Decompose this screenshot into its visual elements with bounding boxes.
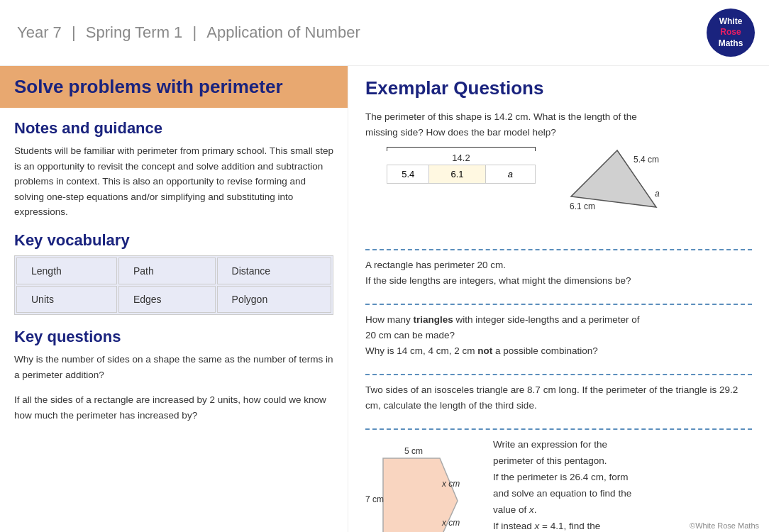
bar-cell-3: a — [486, 165, 535, 183]
svg-text:5.4 cm: 5.4 cm — [634, 155, 659, 165]
bar-model-area: 14.2 5.4 6.1 a 5.4 cm 6.1 cm — [387, 147, 752, 225]
vocab-polygon: Polygon — [217, 286, 331, 313]
notes-text: Students will be familiar with perimeter… — [14, 143, 333, 220]
q3-bold2: not — [477, 345, 492, 356]
logo-line1: White — [719, 16, 743, 28]
svg-text:x cm: x cm — [441, 518, 460, 528]
triangle-diagram: 5.4 cm 6.1 cm a — [550, 147, 663, 225]
bar-cell-2: 6.1 — [429, 165, 485, 183]
question-4-block: Two sides of an isosceles triangle are 8… — [365, 382, 752, 421]
svg-text:a: a — [655, 189, 660, 199]
page-header: Year 7 | Spring Term 1 | Application of … — [0, 0, 769, 66]
bar-model: 14.2 5.4 6.1 a — [387, 147, 536, 184]
q1-text2: missing side? How does the bar model hel… — [365, 127, 556, 138]
key-question-1: Why is the number of sides on a shape th… — [14, 352, 333, 382]
q2-text: A rectangle has perimeter 20 cm. If the … — [365, 257, 752, 288]
vocab-heading: Key vocabulary — [14, 231, 333, 250]
logo-line3: Maths — [719, 38, 743, 50]
svg-text:x cm: x cm — [441, 479, 460, 489]
notes-heading: Notes and guidance — [14, 119, 333, 138]
question-5-block: 5 cm x cm x cm 5 cm 7 cm Write an expres… — [365, 437, 752, 532]
section-title: Solve problems with perimeter — [14, 76, 333, 98]
wrm-logo: White Rose Maths — [707, 9, 755, 57]
divider-2 — [365, 304, 752, 305]
bar-top-label-area: 14.2 — [387, 147, 536, 163]
q3-bold: triangles — [414, 314, 453, 325]
sep1: | — [72, 23, 76, 41]
vocab-path: Path — [118, 257, 216, 284]
vocab-units: Units — [16, 286, 117, 313]
bar-row: 5.4 6.1 a — [387, 165, 536, 184]
pentagon-diagram: 5 cm x cm x cm 5 cm 7 cm — [365, 437, 479, 532]
q4-text: Two sides of an isosceles triangle are 8… — [365, 382, 752, 413]
triangle-svg: 5.4 cm 6.1 cm a — [550, 147, 663, 225]
vocab-edges: Edges — [118, 286, 216, 313]
vocab-row-2: Units Edges Polygon — [16, 286, 331, 313]
main-content: Solve problems with perimeter Notes and … — [0, 66, 769, 532]
notes-guidance-section: Notes and guidance Students will be fami… — [14, 119, 333, 220]
q1-text1: The perimeter of this shape is 14.2 cm. … — [365, 111, 637, 122]
page-title: Year 7 | Spring Term 1 | Application of … — [14, 23, 363, 42]
q5-x-italic2: x — [535, 521, 540, 531]
term-label: Spring Term 1 — [86, 23, 183, 41]
vocab-length: Length — [16, 257, 117, 284]
left-content: Notes and guidance Students will be fami… — [0, 119, 348, 423]
topic-label: Application of Number — [206, 23, 360, 41]
vocab-distance: Distance — [217, 257, 331, 284]
key-questions-section: Key questions Why is the number of sides… — [14, 328, 333, 423]
sep2: | — [192, 23, 197, 41]
divider-4 — [365, 428, 752, 430]
question-2-block: A rectangle has perimeter 20 cm. If the … — [365, 257, 752, 297]
vocab-table: Length Path Distance Units Edges Polygon — [14, 255, 333, 315]
question-3-block: How many triangles with integer side-len… — [365, 312, 752, 367]
year-label: Year 7 — [17, 23, 62, 41]
copyright-label: ©White Rose Maths — [690, 521, 759, 530]
svg-text:6.1 cm: 6.1 cm — [570, 201, 595, 211]
exemplar-heading: Exemplar Questions — [365, 77, 752, 99]
divider-3 — [365, 374, 752, 375]
key-question-2: If all the sides of a rectangle are incr… — [14, 392, 333, 423]
bar-bracket — [387, 147, 536, 151]
q3-text: How many triangles with integer side-len… — [365, 312, 752, 358]
right-panel: Exemplar Questions The perimeter of this… — [348, 66, 769, 532]
key-vocabulary-section: Key vocabulary Length Path Distance Unit… — [14, 231, 333, 315]
bar-total-label: 14.2 — [452, 153, 470, 163]
svg-text:5 cm: 5 cm — [404, 446, 423, 456]
bar-cell-1: 5.4 — [387, 165, 429, 183]
q1-text: The perimeter of this shape is 14.2 cm. … — [365, 109, 752, 140]
q5-x-italic: x — [529, 504, 534, 515]
question-1-block: The perimeter of this shape is 14.2 cm. … — [365, 109, 752, 242]
section-header: Solve problems with perimeter — [0, 66, 348, 108]
q5-text-area: Write an expression for the perimeter of… — [493, 437, 752, 532]
left-panel: Solve problems with perimeter Notes and … — [0, 66, 348, 532]
logo-line2: Rose — [720, 27, 741, 38]
divider-1 — [365, 249, 752, 250]
questions-heading: Key questions — [14, 328, 333, 346]
svg-text:7 cm: 7 cm — [365, 494, 384, 504]
vocab-row-1: Length Path Distance — [16, 257, 331, 284]
pentagon-svg: 5 cm x cm x cm 5 cm 7 cm — [365, 437, 479, 532]
